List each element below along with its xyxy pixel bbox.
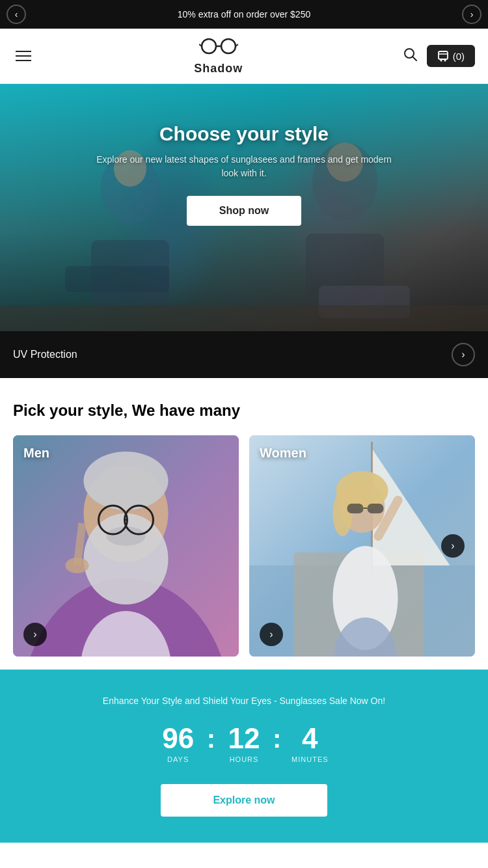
svg-rect-18 xyxy=(0,305,488,331)
hamburger-line1 xyxy=(16,51,31,52)
countdown-days-unit: 96 DAYS xyxy=(152,724,204,763)
style-grid: Men › xyxy=(13,435,475,657)
countdown-hours-label: HOURS xyxy=(230,755,259,763)
svg-line-30 xyxy=(77,523,83,565)
header-actions: (0) xyxy=(403,45,475,67)
cart-button[interactable]: (0) xyxy=(427,45,475,67)
uv-bar-arrow[interactable]: › xyxy=(452,343,475,366)
hamburger-line3 xyxy=(16,60,31,61)
svg-rect-13 xyxy=(65,266,169,292)
women-card-arrow-right[interactable]: › xyxy=(441,534,465,558)
svg-point-1 xyxy=(221,39,236,53)
countdown-colon-2: : xyxy=(270,726,284,752)
men-illustration xyxy=(13,435,239,657)
svg-rect-42 xyxy=(368,504,384,513)
uv-bar-label: UV Protection xyxy=(13,349,77,360)
countdown-minutes-label: MINUTES xyxy=(291,755,329,763)
countdown-days-number: 96 xyxy=(162,724,194,753)
svg-point-0 xyxy=(202,39,216,53)
announcement-text: 10% extra off on order over $250 xyxy=(178,9,310,20)
svg-rect-7 xyxy=(439,51,448,59)
logo[interactable]: Shadow xyxy=(194,36,243,75)
search-icon xyxy=(403,47,418,62)
svg-point-8 xyxy=(440,60,442,62)
cart-count: (0) xyxy=(453,51,465,62)
men-card-arrow[interactable]: › xyxy=(23,623,47,646)
countdown-hours-unit: 12 HOURS xyxy=(218,724,270,763)
style-section-title: Pick your style, We have many xyxy=(13,401,475,420)
countdown-colon-1: : xyxy=(204,726,218,752)
style-title-bold: Pick your style, xyxy=(13,401,128,419)
countdown-hours-number: 12 xyxy=(228,724,260,753)
svg-point-9 xyxy=(444,60,446,62)
hero-content: Choose your style Explore our new latest… xyxy=(88,123,400,226)
countdown-timer: 96 DAYS : 12 HOURS : 4 MINUTES xyxy=(13,724,475,763)
header: Shadow (0) xyxy=(0,29,488,84)
hero-section: Choose your style Explore our new latest… xyxy=(0,84,488,331)
countdown-section: Enhance Your Style and Shield Your Eyes … xyxy=(0,670,488,843)
announcement-prev-btn[interactable]: ‹ xyxy=(7,5,26,24)
hero-subtitle: Explore our new latest shapes of sunglas… xyxy=(88,153,400,180)
cart-icon xyxy=(437,50,449,62)
logo-text: Shadow xyxy=(194,62,243,75)
svg-point-23 xyxy=(84,452,169,510)
search-button[interactable] xyxy=(403,47,418,65)
style-card-men[interactable]: Men › xyxy=(13,435,239,657)
style-section: Pick your style, We have many xyxy=(0,378,488,670)
hamburger-line2 xyxy=(16,55,31,57)
logo-icon xyxy=(199,36,238,61)
style-title-rest: We have many xyxy=(128,401,240,419)
countdown-minutes-number: 4 xyxy=(302,724,318,753)
women-card-label: Women xyxy=(260,446,306,461)
countdown-minutes-unit: 4 MINUTES xyxy=(284,724,336,763)
announcement-bar: ‹ 10% extra off on order over $250 › xyxy=(0,0,488,29)
countdown-tagline: Enhance Your Style and Shield Your Eyes … xyxy=(13,696,475,706)
women-card-arrow-bottom[interactable]: › xyxy=(260,623,283,646)
shop-now-button[interactable]: Shop now xyxy=(187,196,301,226)
svg-point-40 xyxy=(333,491,353,536)
uv-protection-bar: UV Protection › xyxy=(0,331,488,378)
glasses-icon xyxy=(199,36,238,56)
svg-point-25 xyxy=(107,526,146,546)
explore-now-button[interactable]: Explore now xyxy=(161,784,327,817)
men-card-label: Men xyxy=(23,446,49,461)
countdown-days-label: DAYS xyxy=(167,755,189,763)
style-card-women[interactable]: Women › › xyxy=(249,435,475,657)
hamburger-menu[interactable] xyxy=(13,48,34,64)
hero-title: Choose your style xyxy=(88,123,400,145)
svg-line-6 xyxy=(413,57,416,61)
announcement-next-btn[interactable]: › xyxy=(462,5,481,24)
svg-rect-41 xyxy=(347,504,364,513)
